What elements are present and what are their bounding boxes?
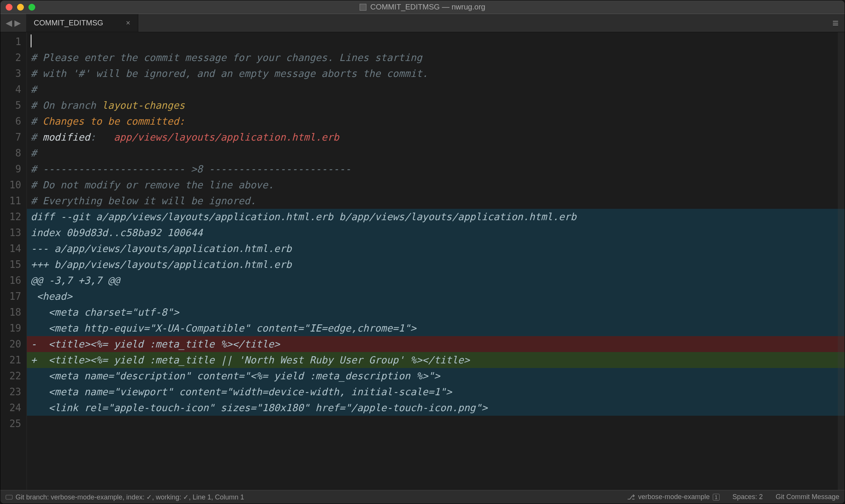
code-line[interactable]: # modified: app/views/layouts/applicatio… (27, 129, 845, 145)
editor-window: COMMIT_EDITMSG — nwrug.org ◀ ▶ COMMIT_ED… (0, 0, 845, 504)
line-number: 8 (0, 145, 21, 161)
code-line[interactable]: <meta charset="utf-8"> (27, 304, 845, 320)
code-line[interactable]: index 0b9d83d..c58ba92 100644 (27, 225, 845, 241)
line-number: 12 (0, 209, 21, 225)
code-line[interactable]: # ------------------------ >8 ----------… (27, 161, 845, 177)
line-number: 15 (0, 257, 21, 272)
code-line[interactable]: <meta http-equiv="X-UA-Compatible" conte… (27, 320, 845, 336)
status-branch-name: verbose-mode-example (638, 493, 710, 501)
code-line[interactable]: # (27, 81, 845, 97)
code-line[interactable]: # On branch layout-changes (27, 97, 845, 113)
code-line[interactable]: # Everything below it will be ignored. (27, 193, 845, 209)
line-number: 14 (0, 241, 21, 257)
line-number: 3 (0, 66, 21, 81)
tab-close-icon[interactable]: × (126, 19, 130, 27)
line-number: 18 (0, 304, 21, 320)
code-line[interactable]: # with '#' will be ignored, and an empty… (27, 66, 845, 81)
status-spaces[interactable]: Spaces: 2 (732, 493, 763, 501)
line-number: 5 (0, 97, 21, 113)
line-number: 13 (0, 225, 21, 241)
status-badge: 1 (713, 494, 720, 501)
line-number: 4 (0, 81, 21, 97)
code-line[interactable]: <head> (27, 288, 845, 304)
status-box-icon[interactable] (6, 495, 13, 499)
tab-commit-editmsg[interactable]: COMMIT_EDITMSG × (26, 14, 138, 32)
line-number: 6 (0, 113, 21, 129)
traffic-lights (0, 4, 35, 11)
code-line[interactable]: # Do not modify or remove the line above… (27, 177, 845, 193)
code-content[interactable]: # Please enter the commit message for yo… (27, 32, 845, 490)
code-line-added[interactable]: + <title><%= yield :meta_title || 'North… (27, 352, 845, 368)
line-number: 17 (0, 288, 21, 304)
line-number: 2 (0, 50, 21, 66)
branch-icon: ⎇ (627, 493, 635, 501)
code-line-removed[interactable]: - <title><%= yield :meta_title %></title… (27, 336, 845, 352)
code-line[interactable] (27, 34, 845, 50)
text-cursor (31, 34, 31, 47)
file-icon (360, 4, 366, 11)
tab-bar: ◀ ▶ COMMIT_EDITMSG × ≡ (0, 14, 845, 32)
code-line[interactable]: <meta name="description" content="<%= yi… (27, 368, 845, 384)
code-line[interactable]: # (27, 145, 845, 161)
code-line[interactable]: diff --git a/app/views/layouts/applicati… (27, 209, 845, 225)
code-line[interactable]: # Changes to be committed: (27, 113, 845, 129)
code-line[interactable]: --- a/app/views/layouts/application.html… (27, 241, 845, 257)
line-number: 16 (0, 272, 21, 288)
line-number: 1 (0, 34, 21, 50)
titlebar: COMMIT_EDITMSG — nwrug.org (0, 0, 845, 14)
code-line[interactable]: <link rel="apple-touch-icon" sizes="180x… (27, 400, 845, 416)
line-number: 11 (0, 193, 21, 209)
code-line[interactable] (27, 416, 845, 432)
line-number: 7 (0, 129, 21, 145)
status-syntax[interactable]: Git Commit Message (776, 493, 839, 501)
nav-arrows: ◀ ▶ (0, 18, 26, 28)
line-gutter: 1 2 3 4 5 6 7 8 9 10 11 12 13 14 15 16 1… (0, 32, 27, 490)
window-title: COMMIT_EDITMSG — nwrug.org (370, 3, 485, 11)
line-number: 21 (0, 352, 21, 368)
scrollbar[interactable] (838, 32, 845, 490)
status-bar: Git branch: verbose-mode-example, index:… (0, 490, 845, 504)
nav-next-icon[interactable]: ▶ (14, 18, 21, 28)
code-line[interactable]: <meta name="viewport" content="width=dev… (27, 384, 845, 400)
line-number: 25 (0, 416, 21, 432)
tab-label: COMMIT_EDITMSG (34, 19, 103, 27)
status-git-branch[interactable]: ⎇ verbose-mode-example 1 (627, 493, 720, 501)
code-line[interactable]: # Please enter the commit message for yo… (27, 50, 845, 66)
code-line[interactable]: @@ -3,7 +3,7 @@ (27, 272, 845, 288)
line-number: 20 (0, 336, 21, 352)
menu-icon[interactable]: ≡ (832, 17, 845, 29)
line-number: 10 (0, 177, 21, 193)
close-icon[interactable] (6, 4, 13, 11)
line-number: 24 (0, 400, 21, 416)
window-title-container: COMMIT_EDITMSG — nwrug.org (0, 3, 845, 11)
line-number: 22 (0, 368, 21, 384)
code-line[interactable]: +++ b/app/views/layouts/application.html… (27, 257, 845, 272)
status-summary: Git branch: verbose-mode-example, index:… (16, 493, 244, 501)
line-number: 19 (0, 320, 21, 336)
editor-area[interactable]: 1 2 3 4 5 6 7 8 9 10 11 12 13 14 15 16 1… (0, 32, 845, 490)
minimize-icon[interactable] (17, 4, 24, 11)
nav-prev-icon[interactable]: ◀ (6, 18, 12, 28)
line-number: 23 (0, 384, 21, 400)
line-number: 9 (0, 161, 21, 177)
maximize-icon[interactable] (28, 4, 35, 11)
